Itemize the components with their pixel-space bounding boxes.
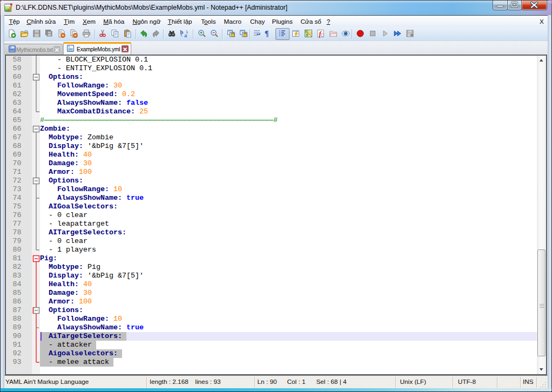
svg-text:¶: ¶ <box>265 30 269 38</box>
